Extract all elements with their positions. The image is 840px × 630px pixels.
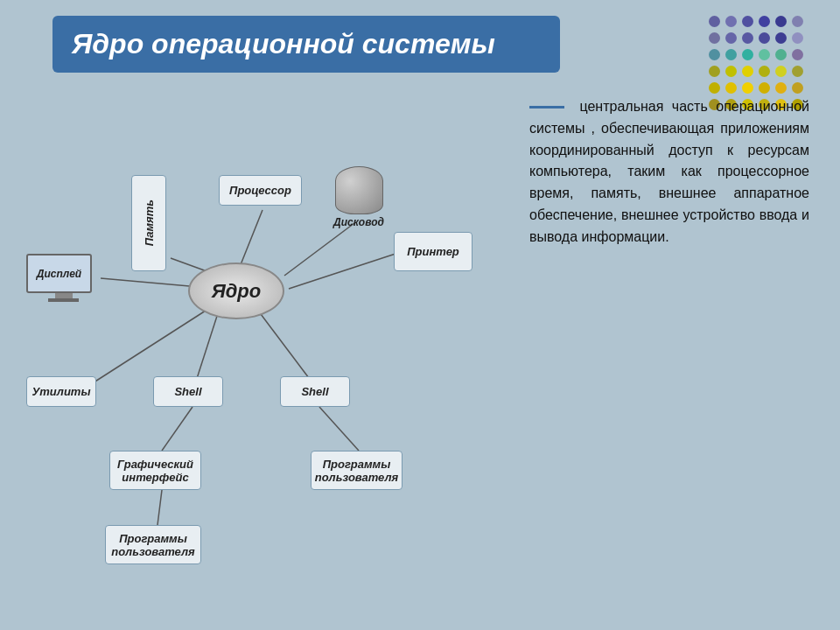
dot-5 — [792, 16, 803, 27]
programs-right-node: Программы пользователя — [311, 451, 402, 490]
dot-9 — [759, 32, 770, 44]
dot-3 — [759, 16, 770, 27]
dot-20 — [742, 66, 753, 77]
description-panel: центральная часть операционной системы ,… — [516, 88, 822, 257]
shell-left-node: Shell — [153, 376, 223, 407]
page-title: Ядро операционной системы — [72, 28, 541, 60]
programs-left-bottom-node: Программы пользователя — [105, 525, 201, 564]
printer-node: Принтер — [394, 232, 472, 271]
diagram-area: Ядро Дисплей Память Процессор Дисковод П… — [18, 88, 508, 604]
dot-6 — [709, 32, 720, 44]
dot-22 — [775, 66, 787, 77]
dot-15 — [759, 49, 770, 60]
dot-13 — [725, 49, 737, 60]
dot-17 — [792, 49, 803, 60]
svg-line-4 — [289, 254, 396, 289]
dot-21 — [759, 66, 770, 77]
utilities-node: Утилиты — [26, 376, 96, 407]
dot-16 — [775, 49, 787, 60]
dot-19 — [725, 66, 737, 77]
dot-1 — [725, 16, 737, 27]
dash-icon — [529, 106, 564, 108]
dot-12 — [709, 49, 720, 60]
svg-line-8 — [162, 407, 192, 451]
dot-7 — [725, 32, 737, 44]
dot-2 — [742, 16, 753, 27]
dot-23 — [792, 66, 803, 77]
dot-4 — [775, 16, 787, 27]
disk-node: Дисковод — [328, 166, 389, 236]
connection-lines — [18, 88, 508, 604]
processor-node: Процессор — [219, 175, 302, 206]
dot-10 — [775, 32, 787, 44]
shell-right-node: Shell — [280, 376, 350, 407]
dot-0 — [709, 16, 720, 27]
dot-18 — [709, 66, 720, 77]
dot-11 — [792, 32, 803, 44]
title-bar: Ядро операционной системы — [52, 16, 560, 73]
display-node: Дисплей — [26, 254, 101, 302]
svg-line-10 — [158, 490, 162, 525]
dot-8 — [742, 32, 753, 44]
memory-node: Память — [131, 175, 166, 271]
dot-14 — [742, 49, 753, 60]
graphic-interface-node: Графический интерфейс — [109, 451, 201, 490]
svg-line-9 — [319, 407, 359, 451]
nucleus-node: Ядро — [188, 262, 284, 319]
description-text: центральная часть операционной системы ,… — [529, 96, 809, 248]
